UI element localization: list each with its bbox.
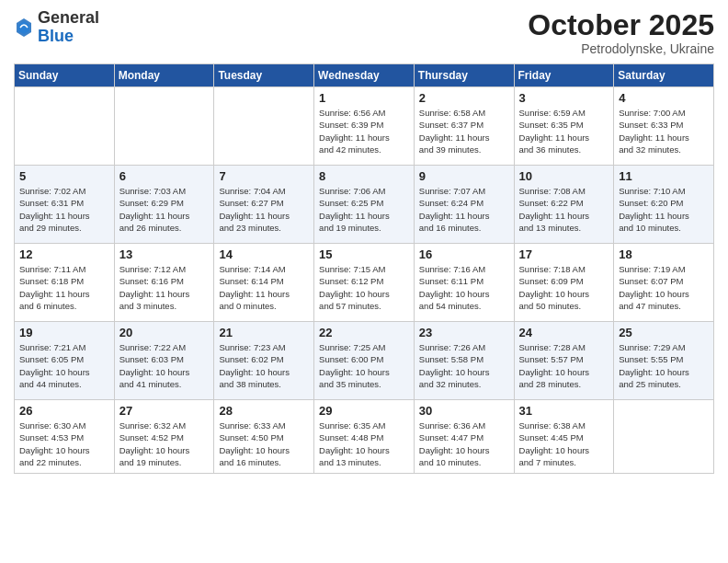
logo-icon — [16, 17, 32, 38]
day-number: 7 — [219, 169, 309, 183]
calendar-week-3: 12Sunrise: 7:11 AM Sunset: 6:18 PM Dayli… — [15, 244, 714, 322]
day-number: 15 — [319, 247, 409, 261]
day-number: 23 — [419, 326, 509, 339]
day-number: 10 — [519, 169, 609, 183]
day-info: Sunrise: 6:58 AM Sunset: 6:37 PM Dayligh… — [419, 107, 509, 155]
calendar-week-1: 1Sunrise: 6:56 AM Sunset: 6:39 PM Daylig… — [15, 87, 714, 166]
calendar-cell: 17Sunrise: 7:18 AM Sunset: 6:09 PM Dayli… — [514, 244, 614, 322]
location: Petrodolynske, Ukraine — [528, 41, 714, 56]
calendar-cell: 5Sunrise: 7:02 AM Sunset: 6:31 PM Daylig… — [15, 166, 115, 244]
day-info: Sunrise: 6:36 AM Sunset: 4:47 PM Dayligh… — [419, 419, 509, 468]
calendar: Sunday Monday Tuesday Wednesday Thursday… — [14, 63, 714, 474]
calendar-week-5: 26Sunrise: 6:30 AM Sunset: 4:53 PM Dayli… — [15, 400, 714, 474]
calendar-cell: 30Sunrise: 6:36 AM Sunset: 4:47 PM Dayli… — [414, 400, 514, 474]
day-info: Sunrise: 7:06 AM Sunset: 6:25 PM Dayligh… — [319, 185, 409, 234]
day-info: Sunrise: 6:30 AM Sunset: 4:53 PM Dayligh… — [19, 419, 109, 468]
day-number: 31 — [519, 404, 609, 418]
day-info: Sunrise: 7:26 AM Sunset: 5:58 PM Dayligh… — [419, 341, 509, 390]
day-info: Sunrise: 7:12 AM Sunset: 6:16 PM Dayligh… — [119, 263, 210, 312]
day-info: Sunrise: 6:38 AM Sunset: 4:45 PM Dayligh… — [519, 419, 609, 468]
col-wednesday: Wednesday — [314, 64, 415, 87]
calendar-cell: 8Sunrise: 7:06 AM Sunset: 6:25 PM Daylig… — [314, 166, 415, 244]
logo-blue: Blue — [38, 28, 99, 46]
day-info: Sunrise: 6:35 AM Sunset: 4:48 PM Dayligh… — [319, 419, 409, 468]
day-number: 29 — [319, 404, 409, 418]
day-info: Sunrise: 7:11 AM Sunset: 6:18 PM Dayligh… — [19, 263, 109, 312]
weekday-row: Sunday Monday Tuesday Wednesday Thursday… — [15, 64, 714, 87]
day-number: 3 — [519, 91, 609, 105]
calendar-cell — [214, 87, 314, 166]
calendar-cell: 2Sunrise: 6:58 AM Sunset: 6:37 PM Daylig… — [414, 87, 514, 166]
day-number: 30 — [419, 404, 509, 418]
day-info: Sunrise: 7:23 AM Sunset: 6:02 PM Dayligh… — [219, 341, 309, 390]
calendar-cell: 27Sunrise: 6:32 AM Sunset: 4:52 PM Dayli… — [114, 400, 214, 474]
day-number: 24 — [519, 326, 609, 339]
day-number: 13 — [119, 247, 210, 261]
calendar-week-2: 5Sunrise: 7:02 AM Sunset: 6:31 PM Daylig… — [15, 166, 714, 244]
calendar-cell: 14Sunrise: 7:14 AM Sunset: 6:14 PM Dayli… — [214, 244, 314, 322]
calendar-cell: 29Sunrise: 6:35 AM Sunset: 4:48 PM Dayli… — [314, 400, 415, 474]
calendar-cell: 3Sunrise: 6:59 AM Sunset: 6:35 PM Daylig… — [514, 87, 614, 166]
logo-general: General — [38, 9, 99, 28]
day-info: Sunrise: 7:16 AM Sunset: 6:11 PM Dayligh… — [419, 263, 509, 312]
day-number: 25 — [619, 326, 709, 339]
day-info: Sunrise: 7:10 AM Sunset: 6:20 PM Dayligh… — [619, 185, 709, 234]
logo-text: General Blue — [38, 9, 99, 46]
day-info: Sunrise: 7:28 AM Sunset: 5:57 PM Dayligh… — [519, 341, 609, 390]
calendar-cell: 11Sunrise: 7:10 AM Sunset: 6:20 PM Dayli… — [614, 166, 714, 244]
day-info: Sunrise: 7:04 AM Sunset: 6:27 PM Dayligh… — [219, 185, 309, 234]
calendar-cell: 9Sunrise: 7:07 AM Sunset: 6:24 PM Daylig… — [414, 166, 514, 244]
day-number: 5 — [19, 169, 109, 183]
col-tuesday: Tuesday — [214, 64, 314, 87]
calendar-cell: 19Sunrise: 7:21 AM Sunset: 6:05 PM Dayli… — [15, 322, 115, 400]
day-info: Sunrise: 7:08 AM Sunset: 6:22 PM Dayligh… — [519, 185, 609, 234]
day-info: Sunrise: 7:14 AM Sunset: 6:14 PM Dayligh… — [219, 263, 309, 312]
day-info: Sunrise: 6:32 AM Sunset: 4:52 PM Dayligh… — [119, 419, 210, 468]
day-info: Sunrise: 7:00 AM Sunset: 6:33 PM Dayligh… — [619, 107, 709, 155]
calendar-cell: 1Sunrise: 6:56 AM Sunset: 6:39 PM Daylig… — [314, 87, 415, 166]
day-number: 8 — [319, 169, 409, 183]
day-number: 2 — [419, 91, 509, 105]
calendar-cell: 23Sunrise: 7:26 AM Sunset: 5:58 PM Dayli… — [414, 322, 514, 400]
calendar-cell: 15Sunrise: 7:15 AM Sunset: 6:12 PM Dayli… — [314, 244, 415, 322]
day-info: Sunrise: 7:03 AM Sunset: 6:29 PM Dayligh… — [119, 185, 210, 234]
calendar-cell: 24Sunrise: 7:28 AM Sunset: 5:57 PM Dayli… — [514, 322, 614, 400]
day-number: 19 — [19, 326, 109, 339]
calendar-cell: 22Sunrise: 7:25 AM Sunset: 6:00 PM Dayli… — [314, 322, 415, 400]
day-info: Sunrise: 7:29 AM Sunset: 5:55 PM Dayligh… — [619, 341, 709, 390]
day-info: Sunrise: 6:33 AM Sunset: 4:50 PM Dayligh… — [219, 419, 309, 468]
day-info: Sunrise: 7:18 AM Sunset: 6:09 PM Dayligh… — [519, 263, 609, 312]
day-number: 17 — [519, 247, 609, 261]
day-number: 6 — [119, 169, 210, 183]
calendar-cell: 28Sunrise: 6:33 AM Sunset: 4:50 PM Dayli… — [214, 400, 314, 474]
day-number: 26 — [19, 404, 109, 418]
calendar-cell: 18Sunrise: 7:19 AM Sunset: 6:07 PM Dayli… — [614, 244, 714, 322]
day-info: Sunrise: 7:25 AM Sunset: 6:00 PM Dayligh… — [319, 341, 409, 390]
day-number: 27 — [119, 404, 210, 418]
day-number: 9 — [419, 169, 509, 183]
col-thursday: Thursday — [414, 64, 514, 87]
calendar-week-4: 19Sunrise: 7:21 AM Sunset: 6:05 PM Dayli… — [15, 322, 714, 400]
calendar-cell: 20Sunrise: 7:22 AM Sunset: 6:03 PM Dayli… — [114, 322, 214, 400]
calendar-cell: 25Sunrise: 7:29 AM Sunset: 5:55 PM Dayli… — [614, 322, 714, 400]
calendar-cell: 10Sunrise: 7:08 AM Sunset: 6:22 PM Dayli… — [514, 166, 614, 244]
day-info: Sunrise: 7:02 AM Sunset: 6:31 PM Dayligh… — [19, 185, 109, 234]
calendar-cell: 16Sunrise: 7:16 AM Sunset: 6:11 PM Dayli… — [414, 244, 514, 322]
day-number: 11 — [619, 169, 709, 183]
col-sunday: Sunday — [15, 64, 115, 87]
day-number: 1 — [319, 91, 409, 105]
calendar-header: Sunday Monday Tuesday Wednesday Thursday… — [15, 64, 714, 87]
day-number: 12 — [19, 247, 109, 261]
day-number: 28 — [219, 404, 309, 418]
calendar-cell: 12Sunrise: 7:11 AM Sunset: 6:18 PM Dayli… — [15, 244, 115, 322]
calendar-body: 1Sunrise: 6:56 AM Sunset: 6:39 PM Daylig… — [15, 87, 714, 474]
title-area: October 2025 Petrodolynske, Ukraine — [528, 9, 714, 56]
day-number: 21 — [219, 326, 309, 339]
calendar-cell: 6Sunrise: 7:03 AM Sunset: 6:29 PM Daylig… — [114, 166, 214, 244]
day-info: Sunrise: 7:19 AM Sunset: 6:07 PM Dayligh… — [619, 263, 709, 312]
calendar-cell: 13Sunrise: 7:12 AM Sunset: 6:16 PM Dayli… — [114, 244, 214, 322]
calendar-cell — [614, 400, 714, 474]
day-number: 14 — [219, 247, 309, 261]
day-info: Sunrise: 7:15 AM Sunset: 6:12 PM Dayligh… — [319, 263, 409, 312]
calendar-cell: 4Sunrise: 7:00 AM Sunset: 6:33 PM Daylig… — [614, 87, 714, 166]
